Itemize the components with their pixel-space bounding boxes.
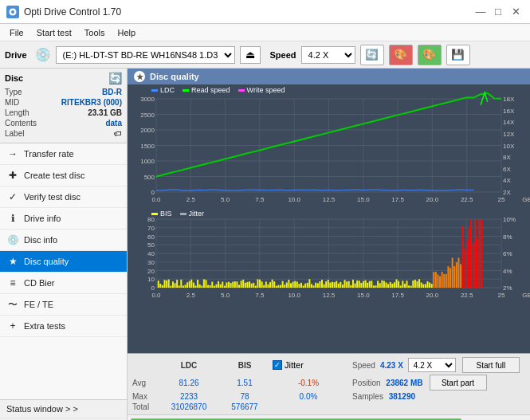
- jitter-checkbox[interactable]: ✓: [273, 360, 282, 370]
- sidebar-item-create-test-disc[interactable]: ✚ Create test disc: [0, 165, 127, 186]
- eject-button[interactable]: ⏏: [240, 46, 261, 64]
- top-chart-canvas: [128, 84, 530, 208]
- disc-label-icon: 🏷: [114, 129, 122, 138]
- title-bar-controls: — □ ✕: [473, 4, 524, 20]
- disc-contents-row: Contents data: [5, 119, 122, 128]
- avg-bis-val: 1.51: [217, 379, 273, 387]
- disc-label-label: Label: [5, 129, 24, 138]
- chart-top-legend: LDC Read speed Write speed: [151, 86, 285, 94]
- legend-jitter: Jitter: [180, 210, 205, 218]
- disc-contents-label: Contents: [5, 119, 37, 128]
- speed-val-display: 4.23 X: [380, 361, 403, 370]
- stats-ldc-header: LDC: [161, 361, 217, 370]
- menu-file[interactable]: File: [3, 26, 30, 39]
- stats-bis-header: BIS: [217, 361, 273, 370]
- close-button[interactable]: ✕: [508, 4, 524, 20]
- color1-button[interactable]: 🎨: [389, 45, 413, 65]
- progress-area: 100.0% 32:01: [128, 414, 530, 420]
- disc-refresh-icon[interactable]: 🔄: [108, 72, 122, 84]
- disc-contents-value: data: [105, 119, 122, 128]
- total-ldc-val: 31026870: [161, 402, 217, 411]
- sidebar-item-verify-test-disc[interactable]: ✓ Verify test disc: [0, 186, 127, 208]
- disc-label-row: Label 🏷: [5, 129, 122, 138]
- legend-jitter-label: Jitter: [189, 210, 205, 218]
- drive-icon: 💿: [35, 47, 51, 62]
- disc-quality-icon: ★: [6, 255, 19, 268]
- sidebar-item-fe-te-label: FE / TE: [24, 300, 53, 309]
- color2-button[interactable]: 🎨: [418, 45, 442, 65]
- menu-start-test[interactable]: Start test: [30, 26, 78, 39]
- nav-list: → Transfer rate ✚ Create test disc ✓ Ver…: [0, 143, 127, 399]
- sidebar-item-fe-te[interactable]: 〜 FE / TE: [0, 294, 127, 316]
- total-label: Total: [132, 402, 161, 411]
- title-bar: Opti Drive Control 1.70 — □ ✕: [0, 0, 530, 24]
- position-label: Position 23862 MB: [352, 379, 423, 387]
- disc-mid-label: MID: [5, 98, 19, 107]
- sidebar-item-extra-tests[interactable]: + Extra tests: [0, 316, 127, 337]
- sidebar-item-drive-info-label: Drive info: [24, 214, 61, 223]
- position-val: 23862 MB: [386, 379, 422, 387]
- cd-bier-icon: ≡: [6, 277, 19, 289]
- speed-key-label: Speed: [352, 361, 375, 370]
- disc-length-value: 23.31 GB: [88, 108, 122, 117]
- bottom-chart-canvas: [128, 208, 530, 304]
- minimize-button[interactable]: —: [473, 4, 489, 20]
- legend-ldc-label: LDC: [160, 86, 175, 94]
- sidebar-item-disc-quality[interactable]: ★ Disc quality: [0, 251, 127, 273]
- max-jitter-val: 0.0%: [273, 392, 344, 401]
- drive-label: Drive: [5, 50, 27, 60]
- menu-tools[interactable]: Tools: [78, 26, 112, 39]
- stats-bar: LDC BIS ✓ Jitter Speed 4.23 X 4.2 X: [128, 353, 530, 414]
- verify-test-disc-icon: ✓: [6, 190, 19, 203]
- max-bis-val: 78: [217, 392, 273, 401]
- speed-header-group: Speed 4.23 X 4.2 X: [352, 358, 456, 372]
- stats-total-row: Total 31026870 576677: [132, 402, 525, 411]
- status-window-button[interactable]: Status window > >: [0, 400, 127, 418]
- menu-bar: File Start test Tools Help: [0, 24, 530, 41]
- stats-max-row: Max 2233 78 0.0% Samples 381290: [132, 392, 525, 401]
- svg-point-1: [11, 10, 14, 14]
- disc-type-value: BD-R: [102, 88, 122, 96]
- save-button[interactable]: 💾: [446, 45, 470, 65]
- sidebar-item-disc-info[interactable]: 💿 Disc info: [0, 230, 127, 251]
- legend-bis-label: BIS: [160, 210, 172, 218]
- max-label: Max: [132, 392, 161, 401]
- drive-select[interactable]: (E:) HL-DT-ST BD-RE WH16NS48 1.D3: [56, 46, 235, 64]
- sidebar-item-disc-quality-label: Disc quality: [24, 257, 69, 266]
- status-area: Status window > > Test completed: [0, 399, 127, 420]
- right-panel: ★ Disc quality LDC Read speed: [128, 69, 530, 420]
- status-window-label: Status window > >: [6, 404, 78, 414]
- avg-ldc-val: 81.26: [161, 379, 217, 387]
- maximize-button[interactable]: □: [490, 4, 506, 20]
- disc-type-label: Type: [5, 88, 22, 96]
- disc-section-title: Disc: [5, 73, 23, 83]
- start-part-button[interactable]: Start part: [430, 375, 487, 391]
- stats-avg-row: Avg 81.26 1.51 -0.1% Position 23862 MB S…: [132, 375, 525, 391]
- sidebar-item-disc-info-label: Disc info: [24, 235, 57, 245]
- start-full-button[interactable]: Start full: [462, 357, 520, 373]
- create-test-disc-icon: ✚: [6, 169, 19, 182]
- action-buttons: Start full: [462, 357, 520, 373]
- fe-te-icon: 〜: [6, 298, 19, 311]
- extra-tests-icon: +: [6, 320, 19, 332]
- panel-title-text: Disc quality: [150, 72, 199, 81]
- total-bis-val: 576677: [217, 402, 273, 411]
- disc-type-row: Type BD-R: [5, 88, 122, 96]
- sidebar-item-cd-bier[interactable]: ≡ CD Bier: [0, 273, 127, 294]
- refresh-button[interactable]: 🔄: [360, 45, 384, 65]
- chart-top: LDC Read speed Write speed: [128, 84, 530, 208]
- disc-mid-value: RITEKBR3 (000): [61, 98, 122, 107]
- sidebar: Disc 🔄 Type BD-R MID RITEKBR3 (000) Leng…: [0, 69, 128, 420]
- sidebar-item-extra-tests-label: Extra tests: [24, 321, 65, 331]
- legend-read-speed: Read speed: [183, 86, 230, 94]
- sidebar-item-transfer-rate[interactable]: → Transfer rate: [0, 143, 127, 165]
- title-bar-text: Opti Drive Control 1.70: [24, 6, 473, 18]
- menu-help[interactable]: Help: [111, 26, 142, 39]
- speed-select-stats[interactable]: 4.2 X: [408, 358, 456, 372]
- speed-select[interactable]: 4.2 X: [301, 46, 355, 64]
- avg-jitter-val: -0.1%: [273, 379, 344, 387]
- legend-read-speed-label: Read speed: [191, 86, 230, 94]
- sidebar-item-drive-info[interactable]: ℹ Drive info: [0, 208, 127, 230]
- drive-bar: Drive 💿 (E:) HL-DT-ST BD-RE WH16NS48 1.D…: [0, 41, 530, 69]
- main-content: Disc 🔄 Type BD-R MID RITEKBR3 (000) Leng…: [0, 69, 530, 420]
